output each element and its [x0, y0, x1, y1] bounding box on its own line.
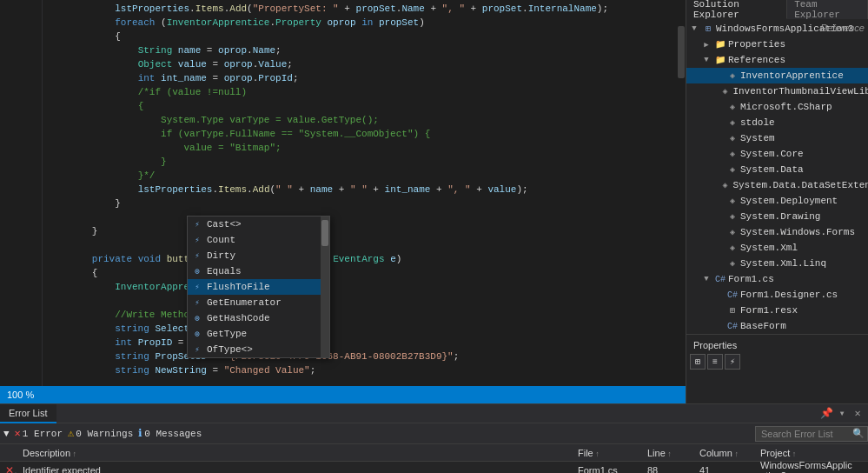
- cs-file-icon: C#: [726, 289, 739, 301]
- reference-label: Reference: [820, 23, 865, 33]
- right-panel: Solution Explorer Team Explorer Referenc…: [686, 0, 868, 403]
- properties-toolbar: ⊞ ≡ ⚡: [690, 352, 865, 371]
- tree-label: System.Data.DataSetExtensions: [732, 180, 868, 190]
- expand-icon[interactable]: ▶: [700, 37, 712, 52]
- search-icon: 🔍: [852, 428, 865, 439]
- autocomplete-popup[interactable]: ⚡ Cast<> ⚡ Count ⚡ Dirty ⊙ Equals: [187, 216, 330, 358]
- tree-item-references[interactable]: ▼ 📁 References: [686, 52, 868, 68]
- autocomplete-item[interactable]: ⚡ OfType<>: [188, 342, 329, 357]
- tree-item-ref[interactable]: ◈ System.Xml.Linq: [686, 256, 868, 271]
- search-error-input[interactable]: [755, 426, 868, 442]
- tree-item-ref[interactable]: ◈ System: [686, 130, 868, 146]
- table-row[interactable]: ✕ 1 Identifier expected Form1.cs 88 41 W…: [0, 462, 868, 473]
- error-count-filter[interactable]: ✕ 1 Error: [15, 427, 63, 440]
- expand-icon: [712, 303, 725, 318]
- tree-item-ref[interactable]: ◈ System.Windows.Forms: [686, 224, 868, 240]
- tree-item-ref[interactable]: ◈ System.Data.DataSetExtensions: [686, 177, 868, 193]
- prop-btn-1[interactable]: ⊞: [690, 354, 706, 370]
- tree-label: System.Core: [740, 149, 804, 159]
- cell-project: WindowsFormsApplication3: [755, 460, 868, 474]
- tab-team-explorer[interactable]: Team Explorer: [787, 0, 868, 19]
- editor-gutter: [0, 0, 12, 386]
- cs-file-icon: C#: [714, 273, 726, 285]
- tree-item-ref[interactable]: ◈ System.Xml: [686, 240, 868, 256]
- tree-item-form1[interactable]: ▼ C# Form1.cs: [686, 271, 868, 287]
- folder-icon: 📁: [714, 38, 726, 50]
- expand-icon[interactable]: ▼: [688, 21, 700, 37]
- code-editor[interactable]: lstProperties.Items.Add("PropertySet: " …: [43, 0, 677, 386]
- method-icon: ⊙: [191, 328, 203, 340]
- col-project[interactable]: Project: [755, 448, 868, 458]
- autocomplete-label: Equals: [207, 266, 242, 276]
- autocomplete-item[interactable]: ⚡ Dirty: [188, 248, 329, 263]
- tree-label: InventorThumbnailViewLib: [732, 86, 868, 97]
- prop-btn-3[interactable]: ⚡: [725, 354, 740, 370]
- reference-icon: ◈: [719, 179, 731, 191]
- resx-file-icon: ⊞: [726, 304, 739, 316]
- tree-label: BaseForm: [740, 321, 786, 331]
- code-line: }: [43, 197, 677, 210]
- tree-item-inventorapprentice[interactable]: ◈ InventorApprentice: [686, 68, 868, 83]
- tree-item-baseform[interactable]: C# BaseForm: [686, 318, 868, 334]
- tree-item-ref[interactable]: ◈ stdole: [686, 115, 868, 130]
- close-button[interactable]: ✕: [851, 407, 865, 421]
- expand-icon: [712, 162, 725, 177]
- code-line: value = "Bitmap";: [43, 141, 677, 155]
- zoom-bar: 100 %: [0, 386, 686, 403]
- row-error-icon: ✕: [5, 464, 17, 474]
- autocomplete-item[interactable]: ⚡ GetEnumerator: [188, 295, 329, 310]
- autocomplete-item[interactable]: ⊙ GetHashCode: [188, 310, 329, 326]
- prop-btn-2[interactable]: ≡: [707, 354, 723, 370]
- expand-icon[interactable]: ▼: [700, 271, 712, 287]
- autocomplete-item[interactable]: ⚡ Cast<>: [188, 217, 329, 232]
- tree-item-ref[interactable]: ◈ Microsoft.CSharp: [686, 99, 868, 115]
- dropdown-button[interactable]: ▾: [835, 407, 849, 421]
- autocomplete-scrollbar[interactable]: [321, 217, 329, 357]
- prop-icon: ⚡: [191, 250, 203, 262]
- method-icon: ⚡: [191, 296, 203, 309]
- col-description[interactable]: Description: [17, 448, 573, 458]
- code-line: {: [43, 30, 677, 43]
- code-line: if (varType.FullName == "System.__ComObj…: [43, 127, 677, 141]
- col-file[interactable]: File: [573, 448, 642, 458]
- scrollbar-thumb: [678, 26, 685, 78]
- autocomplete-item[interactable]: ⊙ Equals: [188, 263, 329, 279]
- reference-icon: ◈: [726, 210, 739, 223]
- code-line: /*if (value !=null): [43, 85, 677, 99]
- tree-item-ref[interactable]: ◈ System.Deployment: [686, 193, 868, 209]
- autocomplete-label: GetHashCode: [207, 313, 270, 323]
- col-line[interactable]: Line: [642, 448, 694, 458]
- tree-item-form1-designer[interactable]: C# Form1.Designer.cs: [686, 287, 868, 303]
- tree-item-ref[interactable]: ◈ System.Data: [686, 162, 868, 177]
- tree-label: System.Data: [740, 164, 804, 175]
- message-count-filter[interactable]: ℹ 0 Messages: [138, 427, 202, 440]
- reference-icon: ◈: [726, 132, 739, 144]
- autocomplete-item[interactable]: ⚡ Count: [188, 232, 329, 248]
- tab-error-list[interactable]: Error List: [0, 404, 56, 423]
- code-line: System.Type varType = value.GetType();: [43, 113, 677, 127]
- pin-button[interactable]: 📌: [819, 407, 833, 421]
- code-line: int PropID = 5;: [43, 336, 677, 350]
- tree-item-ref[interactable]: ◈ InventorThumbnailViewLib: [686, 83, 868, 99]
- autocomplete-item[interactable]: ⊙ GetType: [188, 326, 329, 342]
- autocomplete-item-selected[interactable]: ⚡ FlushToFile: [188, 279, 329, 295]
- col-column[interactable]: Column: [694, 448, 755, 458]
- tree-item-ref[interactable]: ◈ System.Drawing: [686, 209, 868, 224]
- tree-item-properties[interactable]: ▶ 📁 Properties: [686, 37, 868, 52]
- warning-count-filter[interactable]: ⚠ 0 Warnings: [68, 427, 133, 440]
- tab-solution-explorer[interactable]: Solution Explorer: [686, 0, 787, 19]
- tree-item-form1-resx[interactable]: ⊞ Form1.resx: [686, 303, 868, 318]
- tree-label: System.Xml: [740, 243, 798, 253]
- code-line: lstProperties.Items.Add("PropertySet: " …: [43, 2, 677, 16]
- project-icon: ⊞: [702, 23, 714, 35]
- expand-icon: [712, 68, 725, 83]
- line-numbers: [12, 0, 43, 386]
- search-error-container: 🔍: [755, 426, 865, 442]
- tree-item-ref[interactable]: ◈ System.Core: [686, 146, 868, 162]
- autocomplete-label: GetEnumerator: [207, 297, 282, 308]
- warning-icon: ⚠: [68, 427, 74, 440]
- filter-toggle[interactable]: ▼: [3, 429, 10, 439]
- expand-icon[interactable]: ▼: [700, 52, 712, 68]
- editor-scrollbar[interactable]: [677, 0, 686, 386]
- reference-icon: ◈: [726, 242, 739, 254]
